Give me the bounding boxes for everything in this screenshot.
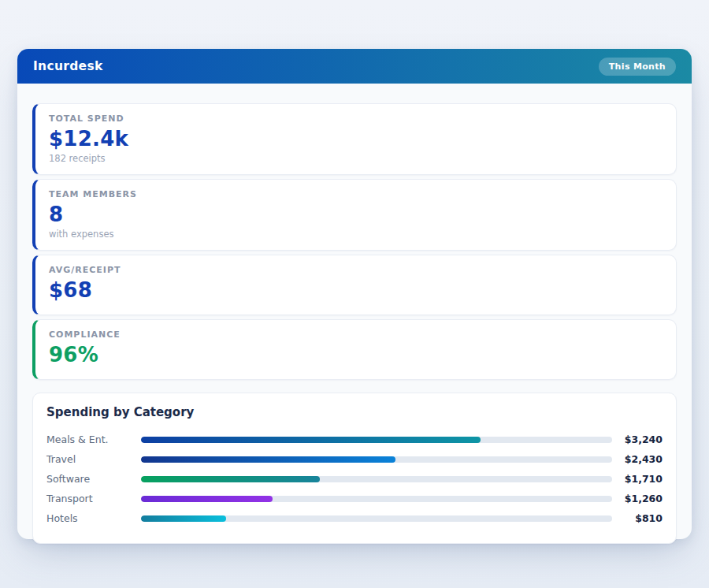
stat-value: 8 [49, 203, 663, 226]
category-row: Software $1,710 [46, 469, 663, 489]
category-bar-fill [141, 456, 395, 463]
category-value: $810 [612, 512, 663, 524]
category-value: $2,430 [612, 453, 663, 465]
app-header: Incurdesk This Month [17, 49, 692, 84]
stat-value: $12.4k [49, 127, 663, 151]
stat-subtext: with expenses [49, 229, 663, 240]
period-badge[interactable]: This Month [599, 58, 676, 76]
dashboard-content: TOTAL SPEND $12.4k 182 receipts TEAM MEM… [17, 84, 692, 560]
stat-label: TOTAL SPEND [49, 114, 663, 124]
category-row: Travel $2,430 [46, 449, 663, 469]
stat-label: TEAM MEMBERS [49, 189, 663, 199]
category-label: Transport [46, 493, 141, 504]
stat-card-team-members: TEAM MEMBERS 8 with expenses [32, 179, 677, 251]
category-label: Software [46, 473, 141, 485]
stat-card-avg-receipt: AVG/RECEIPT $68 [32, 255, 677, 315]
chart-title: Spending by Category [46, 405, 663, 419]
category-bar-track [141, 515, 612, 522]
stat-card-total-spend: TOTAL SPEND $12.4k 182 receipts [32, 103, 677, 175]
stat-label: COMPLIANCE [49, 329, 663, 340]
category-bar-fill [141, 437, 481, 443]
category-rows: Meals & Ent. $3,240 Travel $2,430 Softwa… [46, 430, 663, 528]
app-window: Incurdesk This Month TOTAL SPEND $12.4k … [17, 49, 692, 539]
stat-value: $68 [49, 278, 663, 302]
category-value: $3,240 [612, 434, 663, 445]
category-bar-fill [141, 515, 226, 522]
category-bar-fill [141, 496, 273, 502]
stat-subtext: 182 receipts [49, 153, 663, 164]
stat-card-compliance: COMPLIANCE 96% [32, 319, 677, 380]
category-bar-fill [141, 476, 320, 482]
category-bar-track [141, 456, 612, 463]
category-bar-track [141, 496, 612, 502]
category-value: $1,710 [612, 473, 663, 485]
stat-label: AVG/RECEIPT [49, 265, 663, 275]
category-value: $1,260 [612, 493, 663, 504]
category-row: Hotels $810 [46, 508, 663, 528]
category-bar-track [141, 476, 612, 482]
category-label: Hotels [46, 512, 141, 524]
category-row: Meals & Ent. $3,240 [46, 430, 663, 449]
app-title: Incurdesk [33, 59, 103, 73]
category-label: Travel [46, 453, 141, 465]
category-label: Meals & Ent. [46, 434, 141, 445]
spending-by-category-card: Spending by Category Meals & Ent. $3,240… [32, 393, 677, 544]
category-row: Transport $1,260 [46, 489, 663, 508]
stat-value: 96% [49, 343, 663, 367]
category-bar-track [141, 437, 612, 443]
